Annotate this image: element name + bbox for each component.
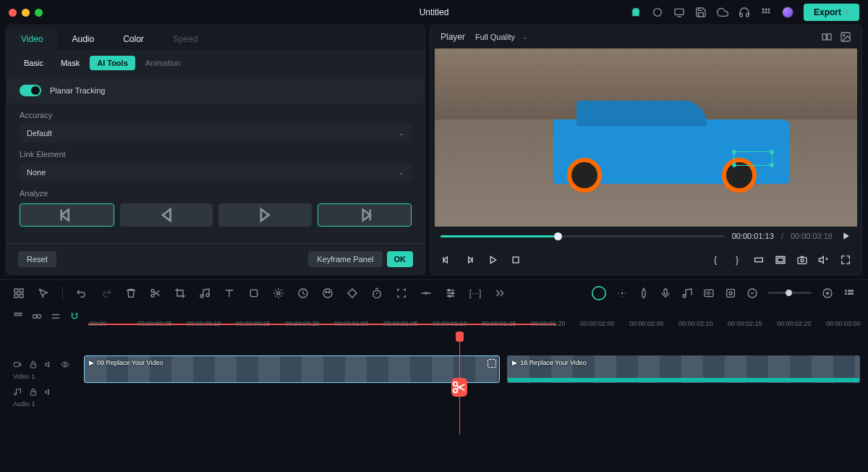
- th-group-icon[interactable]: [13, 311, 23, 321]
- mute-icon[interactable]: [45, 387, 54, 397]
- ok-button[interactable]: OK: [387, 251, 414, 267]
- close-window-button[interactable]: [9, 9, 17, 17]
- brace-open-icon[interactable]: {: [710, 254, 721, 266]
- link-element-select[interactable]: None ⌄: [20, 163, 412, 182]
- timer-icon[interactable]: [371, 287, 383, 299]
- planar-tracking-toggle[interactable]: [20, 85, 41, 96]
- zoom-out-icon[interactable]: [746, 287, 758, 299]
- mute-icon[interactable]: [45, 359, 54, 370]
- image-icon[interactable]: [840, 31, 851, 43]
- subtab-basic[interactable]: Basic: [17, 56, 51, 70]
- accuracy-select[interactable]: Default ⌄: [20, 124, 412, 143]
- analyze-backward-button[interactable]: [120, 203, 213, 227]
- timeline-ruler[interactable]: :00:0000:00:00:0500:00:00:1000:00:00:150…: [88, 305, 868, 327]
- layout-icon[interactable]: [13, 287, 25, 299]
- cloud-icon[interactable]: [717, 7, 728, 18]
- tab-color[interactable]: Color: [109, 28, 158, 50]
- mic-icon[interactable]: [660, 287, 671, 299]
- audio-icon[interactable]: [681, 287, 693, 299]
- video-clip-2[interactable]: ▶16 Replace Your Video: [507, 355, 860, 383]
- more-icon[interactable]: [494, 287, 506, 299]
- undo-icon[interactable]: [76, 287, 88, 299]
- next-frame-icon[interactable]: [464, 254, 475, 266]
- fullscreen-icon[interactable]: [840, 254, 851, 266]
- render-icon[interactable]: [725, 287, 736, 299]
- lock-icon[interactable]: [29, 387, 38, 397]
- zoom-in-icon[interactable]: [822, 287, 833, 299]
- tab-speed[interactable]: Speed: [158, 28, 213, 50]
- preview-viewport[interactable]: [435, 49, 857, 227]
- subtab-ai-tools[interactable]: AI Tools: [90, 56, 135, 70]
- reset-button[interactable]: Reset: [18, 251, 56, 267]
- record-icon[interactable]: [652, 7, 663, 18]
- lock-icon[interactable]: [29, 359, 38, 370]
- effect-icon[interactable]: [273, 287, 284, 299]
- focus-icon[interactable]: [396, 287, 407, 299]
- volume-icon[interactable]: [818, 254, 830, 266]
- color-icon[interactable]: [322, 287, 333, 299]
- play-right-icon[interactable]: [840, 230, 851, 242]
- settings-dots-icon[interactable]: [616, 287, 628, 299]
- adjust-icon[interactable]: [703, 287, 715, 299]
- sliders-icon[interactable]: [445, 287, 456, 299]
- zoom-slider[interactable]: [768, 292, 812, 294]
- video-track-lane[interactable]: ▶09 Replace Your Video ▶16 Replace Your …: [84, 355, 868, 383]
- maximize-window-button[interactable]: [35, 9, 43, 17]
- play-icon[interactable]: [487, 254, 498, 266]
- prev-frame-icon[interactable]: [441, 254, 452, 266]
- delete-icon[interactable]: [125, 287, 137, 299]
- split-badge[interactable]: [451, 378, 467, 397]
- ai-badge-icon[interactable]: [592, 286, 606, 300]
- shape-icon[interactable]: [248, 287, 260, 299]
- tab-video[interactable]: Video: [7, 28, 57, 50]
- export-button[interactable]: Export ▾: [804, 4, 859, 21]
- crop-icon[interactable]: [174, 287, 186, 299]
- minimize-window-button[interactable]: [22, 9, 30, 17]
- video-track-icon[interactable]: [13, 359, 22, 370]
- label-icon[interactable]: [420, 287, 432, 299]
- apps-icon[interactable]: [760, 7, 772, 18]
- th-magnet-icon[interactable]: [69, 311, 80, 321]
- snapshot-icon[interactable]: [796, 254, 808, 266]
- list-view-icon[interactable]: [843, 287, 855, 299]
- save-icon[interactable]: [695, 7, 707, 18]
- display-icon[interactable]: [673, 7, 685, 18]
- pointer-icon[interactable]: [38, 287, 49, 299]
- audio-track-lane[interactable]: [84, 383, 868, 410]
- compare-view-icon[interactable]: [821, 31, 833, 43]
- clip-play-icon: ▶: [89, 359, 94, 366]
- analyze-step-backward-button[interactable]: [20, 203, 114, 227]
- subtab-animation[interactable]: Animation: [138, 56, 188, 70]
- th-link-icon[interactable]: [32, 311, 42, 321]
- video-track-label: Video 1: [13, 373, 84, 380]
- tracker-bounding-box[interactable]: [733, 151, 773, 166]
- speed-icon[interactable]: [297, 287, 309, 299]
- scrub-thumb[interactable]: [554, 232, 562, 240]
- keyframe-panel-button[interactable]: Keyframe Panel: [308, 251, 382, 267]
- headphones-icon[interactable]: [739, 7, 750, 18]
- quality-select[interactable]: Full Quality ⌄: [475, 33, 528, 41]
- safe-zone-icon[interactable]: [775, 254, 786, 266]
- text-icon[interactable]: [224, 287, 235, 299]
- keyframe-icon[interactable]: [346, 287, 358, 299]
- brace-close-icon[interactable]: }: [731, 254, 743, 266]
- analyze-step-forward-button[interactable]: [318, 203, 412, 227]
- brackets-icon[interactable]: [···]: [469, 287, 481, 299]
- music-icon[interactable]: [199, 287, 210, 299]
- tab-audio[interactable]: Audio: [57, 28, 109, 50]
- th-track-icon[interactable]: [51, 311, 61, 321]
- audio-track-icon[interactable]: [13, 387, 22, 397]
- analyze-forward-button[interactable]: [218, 203, 312, 227]
- split-icon[interactable]: [150, 287, 161, 299]
- subtab-mask[interactable]: Mask: [54, 56, 87, 70]
- redo-icon[interactable]: [101, 287, 112, 299]
- ratio-icon[interactable]: [753, 254, 765, 266]
- visibility-icon[interactable]: [61, 359, 69, 370]
- video-clip-1[interactable]: ▶09 Replace Your Video: [84, 355, 500, 383]
- svg-rect-7: [768, 12, 770, 14]
- gift-icon[interactable]: [630, 7, 642, 18]
- scrub-track[interactable]: [441, 235, 725, 237]
- user-avatar[interactable]: [782, 7, 793, 18]
- stop-icon[interactable]: [510, 254, 522, 266]
- marker-icon[interactable]: [638, 287, 650, 299]
